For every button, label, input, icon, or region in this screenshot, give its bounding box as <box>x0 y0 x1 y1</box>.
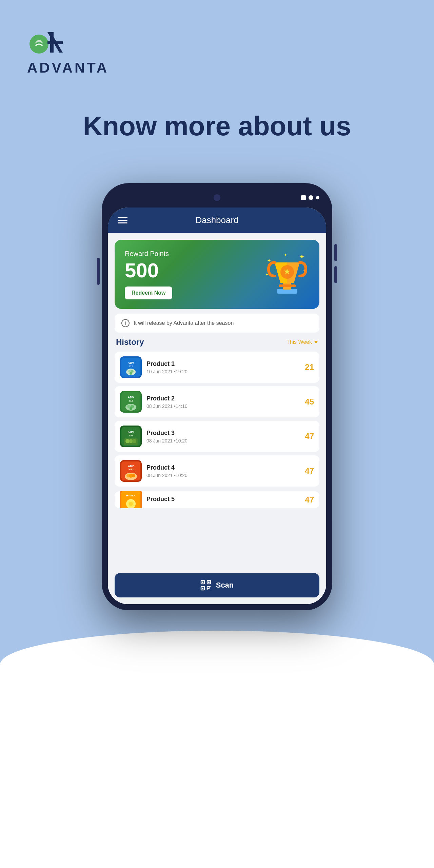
week-filter-label: This Week <box>287 339 312 345</box>
svg-rect-54 <box>202 588 203 589</box>
svg-text:HYOLA: HYOLA <box>126 494 136 497</box>
svg-text:5082: 5082 <box>128 468 134 471</box>
product-meta-2: 08 Jun 2021 •14:10 <box>146 403 300 409</box>
product-points-1: 21 <box>305 362 314 372</box>
phone-mockup: Dashboard Reward Points 500 Redeem Now <box>102 183 332 610</box>
product-image-1: ADV 772 <box>120 356 142 378</box>
reward-card-left: Reward Points 500 Redeem Now <box>125 249 172 299</box>
app-bar: Dashboard <box>108 208 326 233</box>
scan-button-label: Scan <box>216 581 234 590</box>
reward-card-right: ✦ ✦ ✦ ✦ ✦ <box>265 252 309 296</box>
info-banner: i It will release by Advanta after the s… <box>115 314 319 333</box>
svg-rect-52 <box>202 581 203 583</box>
svg-rect-6 <box>277 289 297 294</box>
product-image-4: ADV 5082 <box>120 460 142 482</box>
product-points-5: 47 <box>305 495 314 505</box>
reward-card: Reward Points 500 Redeem Now ✦ ✦ <box>115 240 319 309</box>
history-header: History This Week <box>115 337 319 347</box>
product-meta-3: 08 Jun 2021 •10:20 <box>146 438 300 443</box>
logo-area: ADVANTA <box>0 0 434 90</box>
product-info-5-partial: Product 5 <box>146 496 300 504</box>
product-meta-4: 08 Jun 2021 •10:20 <box>146 473 300 478</box>
history-title: History <box>116 337 144 347</box>
product-meta-1: 10 Jun 2021 •19:20 <box>146 369 300 374</box>
svg-text:ADV: ADV <box>127 396 134 399</box>
hamburger-menu-icon[interactable] <box>118 217 127 223</box>
tagline: Know more about us <box>83 110 351 142</box>
reward-label: Reward Points <box>125 249 172 258</box>
info-banner-text: It will release by Advanta after the sea… <box>134 320 234 326</box>
svg-text:✦: ✦ <box>299 253 305 260</box>
hamburger-line-2 <box>118 220 127 221</box>
history-item[interactable]: ADV 772 Product 1 10 Jun 2 <box>115 352 319 383</box>
screen-content: Reward Points 500 Redeem Now ✦ ✦ <box>108 233 326 570</box>
phone-screen: Dashboard Reward Points 500 Redeem Now <box>108 208 326 604</box>
wifi-icon <box>309 195 313 200</box>
scan-qr-icon <box>200 580 211 591</box>
svg-text:772: 772 <box>129 365 133 368</box>
svg-point-26 <box>130 407 132 410</box>
svg-text:414: 414 <box>129 399 133 402</box>
product-info-1: Product 1 10 Jun 2021 •19:20 <box>146 360 300 374</box>
app-bar-title: Dashboard <box>195 215 238 225</box>
trophy-svg: ✦ ✦ ✦ ✦ ✦ <box>265 252 309 296</box>
hamburger-line-3 <box>118 222 127 223</box>
signal-icon <box>301 195 306 200</box>
svg-text:★: ★ <box>283 267 291 276</box>
svg-rect-53 <box>208 581 210 583</box>
product-image-3: ADV 756 <box>120 426 142 447</box>
svg-text:ADV: ADV <box>127 430 134 434</box>
logo-text: ADVANTA <box>27 60 109 76</box>
redeem-now-button[interactable]: Redeem Now <box>125 287 172 299</box>
svg-text:ADV: ADV <box>128 465 134 468</box>
advanta-logo-icon <box>27 27 68 58</box>
power-button <box>97 258 100 285</box>
history-list: ADV 772 Product 1 10 Jun 2 <box>115 352 319 487</box>
logo-container: ADVANTA <box>27 27 109 76</box>
product-image-5: HYOLA <box>120 491 142 508</box>
product-name-1: Product 1 <box>146 360 300 368</box>
product-name-3: Product 3 <box>146 430 300 437</box>
svg-point-18 <box>130 372 132 375</box>
product-points-3: 47 <box>305 432 314 441</box>
product-image-2: ADV 414 <box>120 391 142 413</box>
svg-rect-8 <box>279 284 296 287</box>
battery-icon <box>316 196 319 199</box>
info-icon: i <box>121 319 130 327</box>
chevron-down-icon <box>314 341 318 343</box>
svg-text:✦: ✦ <box>284 253 287 257</box>
scan-area: Scan <box>108 570 326 604</box>
hamburger-line-1 <box>118 217 127 218</box>
product-info-3: Product 3 08 Jun 2021 •10:20 <box>146 430 300 443</box>
svg-point-34 <box>132 439 136 443</box>
history-item[interactable]: ADV 5082 Product 4 08 Jun <box>115 455 319 487</box>
product-info-4: Product 4 08 Jun 2021 •10:20 <box>146 464 300 478</box>
volume-down-button <box>334 266 337 283</box>
history-item[interactable]: ADV 756 Product 3 08 Jun 2 <box>115 421 319 452</box>
product-info-2: Product 2 08 Jun 2021 •14:10 <box>146 395 300 409</box>
volume-up-button <box>334 244 337 261</box>
reward-points-value: 500 <box>125 259 172 282</box>
week-filter-dropdown[interactable]: This Week <box>287 339 318 345</box>
product-points-4: 47 <box>305 466 314 476</box>
front-camera <box>214 194 220 201</box>
product-name-2: Product 2 <box>146 395 300 402</box>
product-name-4: Product 4 <box>146 464 300 471</box>
status-icons <box>301 195 319 200</box>
trophy-illustration: ✦ ✦ ✦ ✦ ✦ <box>265 252 309 296</box>
page-content: ADVANTA Know more about us <box>0 0 434 610</box>
svg-text:ADV: ADV <box>127 361 134 364</box>
scan-button[interactable]: Scan <box>115 573 319 597</box>
svg-point-48 <box>129 502 133 506</box>
product-points-2: 45 <box>305 397 314 407</box>
phone-top-bar <box>108 189 326 206</box>
history-item[interactable]: ADV 414 Product 2 08 Jun 2 <box>115 386 319 417</box>
phone-outer-shell: Dashboard Reward Points 500 Redeem Now <box>102 183 332 610</box>
svg-point-42 <box>132 474 135 477</box>
svg-text:756: 756 <box>129 434 133 437</box>
product-name-5: Product 5 <box>146 496 300 503</box>
history-item-partial: HYOLA Product 5 47 <box>115 491 319 508</box>
